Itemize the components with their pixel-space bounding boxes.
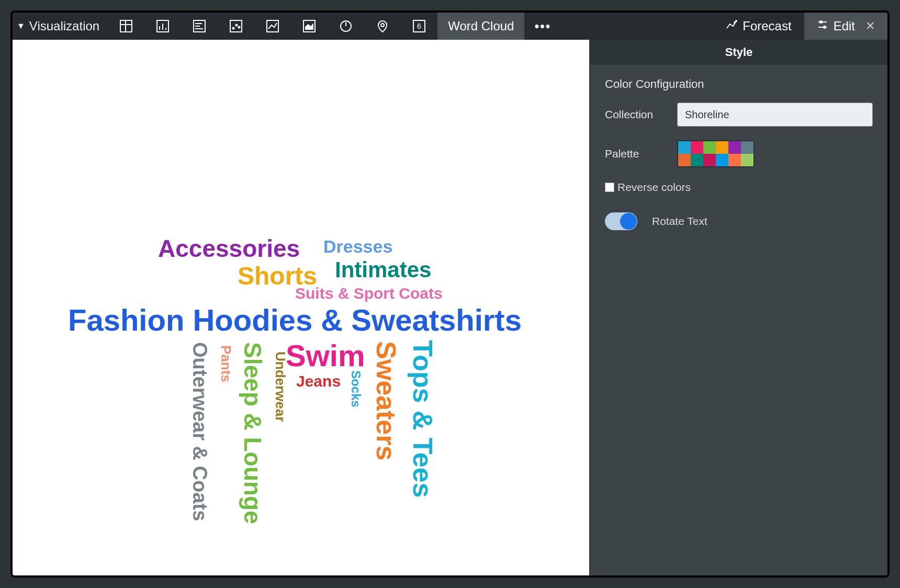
sliders-icon	[817, 19, 828, 33]
palette-label: Palette	[605, 148, 668, 160]
svg-point-26	[820, 21, 822, 23]
panel-header: Style	[590, 40, 887, 65]
single-value-icon[interactable]: 6	[401, 13, 437, 40]
word-underwear[interactable]: Underwear	[272, 352, 288, 422]
chevron-down-icon: ▼	[17, 21, 25, 31]
panel-body: Color Configuration Collection Shoreline…	[590, 65, 887, 243]
palette-swatch	[678, 141, 691, 154]
rotate-text-label: Rotate Text	[652, 215, 707, 228]
reverse-colors-checkbox[interactable]	[605, 183, 614, 192]
word-suits-sport-coats[interactable]: Suits & Sport Coats	[295, 285, 443, 302]
palette-swatch	[741, 154, 753, 166]
word-jeans[interactable]: Jeans	[296, 372, 341, 390]
style-panel: Style Color Configuration Collection Sho…	[589, 40, 887, 575]
chart-type-icons: 6	[108, 13, 437, 40]
visualization-dropdown[interactable]: ▼ Visualization	[13, 13, 108, 40]
word-sweaters[interactable]: Sweaters	[370, 341, 402, 460]
palette-swatch	[716, 141, 728, 154]
scatter-icon[interactable]	[218, 13, 254, 40]
palette-swatch	[691, 141, 703, 154]
body: Accessories Dresses Shorts Intimates Sui…	[13, 40, 887, 575]
forecast-button[interactable]: Forecast	[713, 13, 804, 40]
palette-swatch	[728, 154, 741, 166]
toolbar-right: Forecast Edit ✕	[713, 13, 887, 40]
toggle-knob	[620, 213, 637, 230]
word-dresses[interactable]: Dresses	[323, 236, 392, 257]
line-chart-icon[interactable]	[254, 13, 291, 40]
word-socks[interactable]: Socks	[348, 370, 363, 408]
edit-label: Edit	[834, 19, 855, 33]
panel-header-label: Style	[725, 46, 753, 59]
collection-select[interactable]: Shoreline	[677, 103, 873, 127]
area-chart-icon[interactable]	[291, 13, 328, 40]
word-intimates[interactable]: Intimates	[335, 257, 431, 282]
collection-label: Collection	[605, 108, 668, 121]
app-frame: ▼ Visualization	[10, 10, 890, 578]
svg-point-27	[824, 26, 826, 28]
toolbar: ▼ Visualization	[13, 13, 887, 40]
palette-swatch	[728, 141, 741, 154]
svg-point-12	[233, 28, 234, 29]
word-tops-tees[interactable]: Tops & Tees	[407, 340, 438, 497]
bar-chart-icon[interactable]	[144, 13, 181, 40]
palette-swatch	[691, 154, 703, 166]
active-chart-label: Word Cloud	[448, 19, 514, 33]
svg-point-13	[236, 25, 238, 26]
palette-swatch	[741, 141, 753, 154]
collection-value: Shoreline	[685, 109, 729, 121]
close-icon[interactable]: ✕	[860, 19, 875, 33]
visualization-label: Visualization	[29, 19, 99, 33]
svg-text:6: 6	[417, 22, 421, 30]
collection-row: Collection Shoreline	[605, 103, 873, 127]
palette-swatch	[703, 141, 716, 154]
reverse-colors-row: Reverse colors	[605, 181, 873, 194]
reverse-colors-label: Reverse colors	[617, 181, 691, 194]
more-chart-types-button[interactable]: •••	[524, 13, 561, 40]
word-accessories[interactable]: Accessories	[158, 234, 300, 263]
forecast-icon	[726, 19, 737, 33]
palette-select[interactable]	[677, 140, 755, 167]
table-icon[interactable]	[108, 13, 144, 40]
rotate-text-row: Rotate Text	[605, 212, 873, 230]
word-sleep-lounge[interactable]: Sleep & Lounge	[239, 342, 267, 524]
palette-swatch	[703, 154, 716, 166]
svg-point-14	[239, 27, 240, 28]
word-pants[interactable]: Pants	[218, 345, 234, 382]
svg-point-22	[734, 22, 735, 23]
wordcloud-canvas: Accessories Dresses Shorts Intimates Sui…	[13, 40, 589, 575]
palette-row: Palette	[605, 140, 873, 167]
palette-swatch	[678, 154, 691, 166]
panel-section-title: Color Configuration	[605, 77, 873, 91]
svg-point-19	[381, 24, 384, 27]
more-label: •••	[535, 19, 551, 33]
gauge-icon[interactable]	[328, 13, 364, 40]
rotate-text-toggle[interactable]	[605, 212, 637, 230]
word-outerwear-coats[interactable]: Outerwear & Coats	[188, 342, 211, 521]
svg-point-23	[736, 20, 737, 21]
edit-button[interactable]: Edit ✕	[804, 13, 887, 40]
word-swim[interactable]: Swim	[286, 338, 365, 373]
map-pin-icon[interactable]	[364, 13, 401, 40]
forecast-label: Forecast	[743, 19, 791, 33]
active-chart-tab[interactable]: Word Cloud	[437, 13, 524, 40]
horizontal-bar-icon[interactable]	[181, 13, 218, 40]
word-fashion-hoodies[interactable]: Fashion Hoodies & Sweatshirts	[68, 302, 522, 337]
palette-swatch	[716, 154, 728, 166]
